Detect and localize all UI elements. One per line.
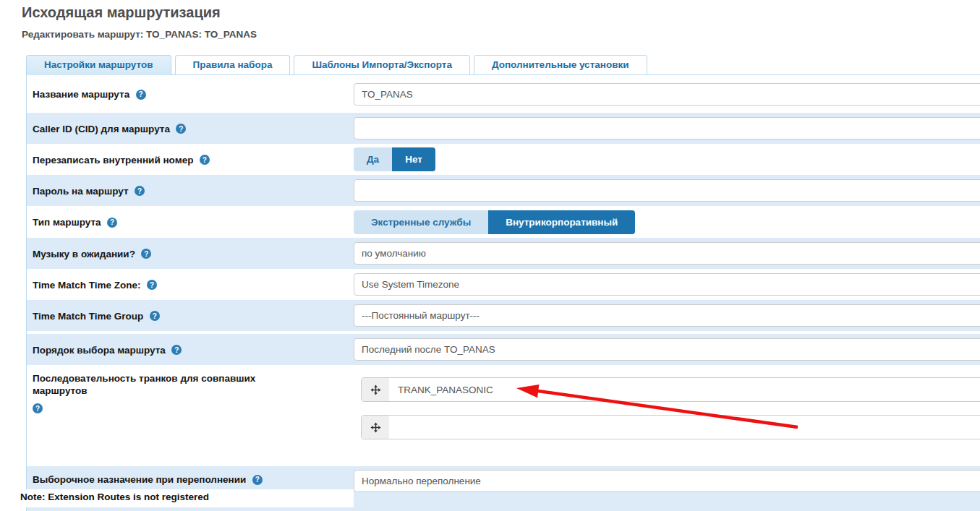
cid-label: Caller ID (CID) для маршрута <box>33 124 170 134</box>
help-icon[interactable]: ? <box>171 345 182 355</box>
help-icon[interactable]: ? <box>176 124 186 134</box>
route-password-label: Пароль на маршрут <box>33 186 129 197</box>
route-type-toggle: Экстренные службы Внутрикорпоративный <box>354 210 635 234</box>
route-type-label: Тип маршрута <box>33 217 101 228</box>
override-extension-toggle: Да Нет <box>354 147 435 171</box>
help-icon[interactable]: ? <box>135 186 145 196</box>
trunk-sequence-label: Последовательность транков для совпавших… <box>33 372 293 397</box>
route-type-intracompany-button[interactable]: Внутрикорпоративный <box>488 210 635 234</box>
route-settings-panel: Название маршрута ? Caller ID (CID) для … <box>26 74 980 511</box>
drag-handle-icon[interactable] <box>362 378 389 401</box>
music-on-hold-select[interactable] <box>354 242 980 265</box>
help-icon[interactable]: ? <box>136 90 146 100</box>
cid-input[interactable] <box>354 117 980 139</box>
help-icon[interactable]: ? <box>200 155 210 165</box>
trunk-input[interactable] <box>389 416 980 439</box>
help-icon[interactable]: ? <box>107 218 117 228</box>
outbound-routing-page: Исходящая маршрутизация Редактировать ма… <box>0 0 980 511</box>
registration-note: Note: Extension Routes is not registered <box>0 489 354 507</box>
route-position-select[interactable] <box>354 338 980 361</box>
row-time-group: Time Match Time Group ? <box>27 300 980 331</box>
page-title: Исходящая маршрутизация <box>22 4 221 21</box>
tab-dial-patterns[interactable]: Правила набора <box>175 55 291 74</box>
time-zone-label: Time Match Time Zone: <box>33 280 141 291</box>
route-name-label: Название маршрута <box>33 89 129 100</box>
row-music-on-hold: Музыку в ожидании? ? <box>27 238 980 269</box>
trunk-sequence-item <box>361 377 980 402</box>
row-override-extension: Перезаписать внутренний номер ? Да Нет <box>27 144 980 175</box>
help-icon[interactable]: ? <box>141 249 151 259</box>
route-type-emergency-button[interactable]: Экстренные службы <box>354 210 488 234</box>
music-on-hold-label: Музыку в ожидании? <box>33 249 135 259</box>
trunk-sequence-item <box>361 415 980 439</box>
trunk-input[interactable] <box>389 378 980 401</box>
tab-additional-settings[interactable]: Дополнительные установки <box>474 55 647 74</box>
help-icon[interactable]: ? <box>147 280 157 290</box>
drag-handle-icon[interactable] <box>362 416 389 439</box>
route-position-label: Порядок выбора маршрута <box>33 345 166 356</box>
row-route-password: Пароль на маршрут ? <box>27 175 980 206</box>
row-cid: Caller ID (CID) для маршрута ? <box>27 113 980 144</box>
tab-route-settings[interactable]: Настройки маршрутов <box>26 55 171 75</box>
override-no-button[interactable]: Нет <box>392 147 435 171</box>
override-extension-label: Перезаписать внутренний номер <box>33 155 193 166</box>
row-time-zone: Time Match Time Zone: ? <box>27 269 980 300</box>
tab-import-export[interactable]: Шаблоны Импорта/Экспорта <box>294 55 469 74</box>
route-password-input[interactable] <box>354 179 980 202</box>
time-zone-select[interactable] <box>354 273 980 296</box>
tab-bar: Настройки маршрутов Правила набора Шабло… <box>26 55 647 75</box>
edit-route-subtitle: Редактировать маршрут: TO_PANAS: TO_PANA… <box>22 29 257 40</box>
time-group-select[interactable] <box>354 304 980 327</box>
overflow-destination-select[interactable] <box>354 470 980 492</box>
overflow-destination-label: Выборочное назначение при переполнении <box>33 474 246 485</box>
row-route-name: Название маршрута ? <box>27 75 980 113</box>
row-trunk-sequence: Последовательность транков для совпавших… <box>27 365 980 466</box>
row-route-position: Порядок выбора маршрута ? <box>27 334 980 365</box>
route-name-input[interactable] <box>354 83 980 106</box>
override-yes-button[interactable]: Да <box>354 147 392 171</box>
help-icon[interactable]: ? <box>150 311 160 321</box>
help-icon[interactable]: ? <box>33 403 43 413</box>
time-group-label: Time Match Time Group <box>33 311 143 322</box>
row-route-type: Тип маршрута ? Экстренные службы Внутрик… <box>27 206 980 238</box>
help-icon[interactable]: ? <box>252 475 263 485</box>
